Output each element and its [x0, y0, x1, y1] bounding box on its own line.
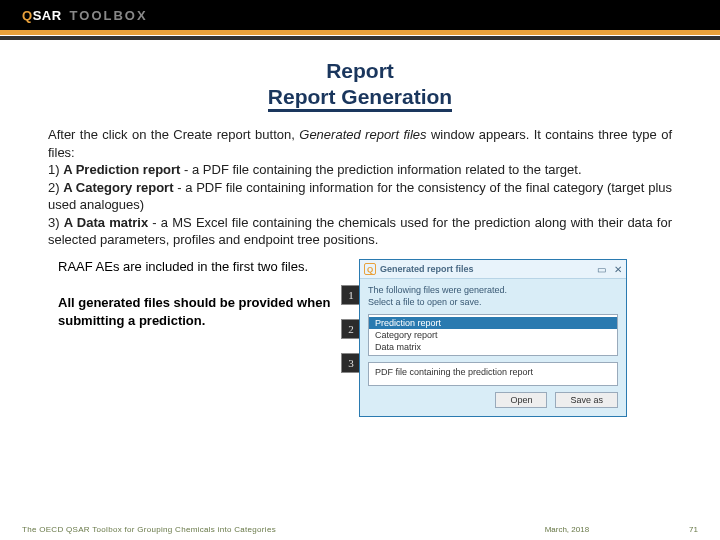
page-subtitle: Report Generation — [268, 85, 452, 112]
page-title: Report — [48, 58, 672, 83]
li1-tail: - a PDF file containing the prediction i… — [180, 162, 581, 177]
li2-bold: A Category report — [63, 180, 173, 195]
callout-1: 1 — [341, 285, 361, 305]
footer-left-text: The OECD QSAR Toolbox for Grouping Chemi… — [22, 525, 545, 534]
note-submit: All generated files should be provided w… — [58, 294, 353, 329]
logo-sar-text: SAR — [33, 8, 62, 23]
page-number: 71 — [689, 525, 698, 534]
list-item-3: 3) A Data matrix - a MS Excel file conta… — [48, 214, 672, 249]
app-logo: QSAR TOOLBOX — [22, 8, 148, 23]
dialog-msg-line1: The following files were generated. — [368, 285, 618, 297]
li1-bold: A Prediction report — [63, 162, 180, 177]
slide-content: Report Report Generation After the click… — [0, 40, 720, 417]
intro-italic: Generated report files — [299, 127, 426, 142]
files-listbox[interactable]: Prediction report Category report Data m… — [368, 314, 618, 356]
li1-num: 1) — [48, 162, 63, 177]
list-item[interactable]: Prediction report — [369, 317, 617, 329]
logo-toolbox-text: TOOLBOX — [70, 8, 148, 23]
app-header: QSAR TOOLBOX — [0, 0, 720, 30]
file-description: PDF file containing the prediction repor… — [368, 362, 618, 386]
logo-q-letter: Q — [22, 8, 33, 23]
save-as-button[interactable]: Save as — [555, 392, 618, 408]
dialog-title: Generated report files — [380, 264, 597, 274]
list-item[interactable]: Category report — [369, 329, 617, 341]
intro-lead: After the click on the Create report but… — [48, 127, 299, 142]
open-button[interactable]: Open — [495, 392, 547, 408]
list-item-1: 1) A Prediction report - a PDF file cont… — [48, 161, 672, 179]
generated-files-dialog: Q Generated report files ▭ ✕ The followi… — [359, 259, 627, 417]
li2-num: 2) — [48, 180, 63, 195]
callout-3: 3 — [341, 353, 361, 373]
dialog-msg-line2: Select a file to open or save. — [368, 297, 618, 309]
slide-footer: The OECD QSAR Toolbox for Grouping Chemi… — [0, 525, 720, 534]
li3-num: 3) — [48, 215, 64, 230]
callout-2: 2 — [341, 319, 361, 339]
footer-date: March, 2018 — [545, 525, 589, 534]
dialog-titlebar: Q Generated report files ▭ ✕ — [360, 260, 626, 279]
intro-paragraph: After the click on the Create report but… — [48, 126, 672, 161]
close-icon[interactable]: ✕ — [614, 264, 622, 275]
dialog-message: The following files were generated. Sele… — [368, 285, 618, 308]
app-icon: Q — [364, 263, 376, 275]
li3-bold: A Data matrix — [64, 215, 148, 230]
note-raaf: RAAF AEs are included in the first two f… — [58, 259, 353, 274]
list-item-2: 2) A Category report - a PDF file contai… — [48, 179, 672, 214]
list-item[interactable]: Data matrix — [369, 341, 617, 353]
minimize-icon[interactable]: ▭ — [597, 264, 606, 275]
